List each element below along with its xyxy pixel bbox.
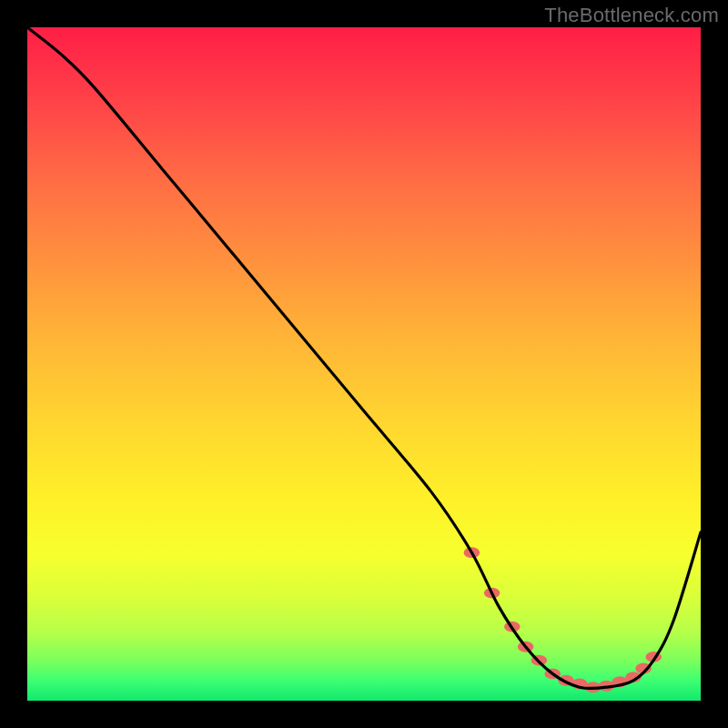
watermark-text: TheBottleneck.com	[544, 4, 719, 27]
chart-svg	[27, 27, 701, 701]
marker-layer	[464, 547, 662, 693]
bottleneck-curve-line	[27, 27, 701, 689]
plot-area	[27, 27, 701, 701]
chart-frame: TheBottleneck.com	[0, 0, 728, 728]
